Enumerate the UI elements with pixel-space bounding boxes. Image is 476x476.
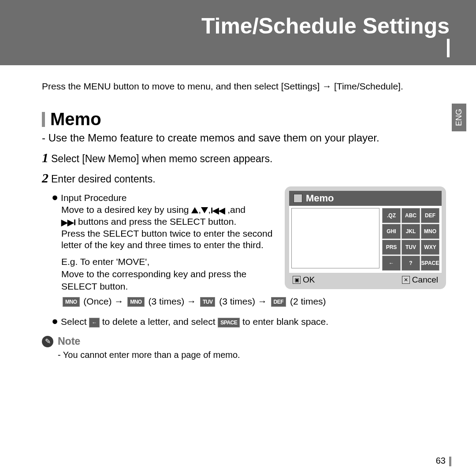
step-2-text: Enter desired contents. (51, 173, 156, 185)
header-divider (447, 39, 450, 57)
select-line: ●Select ← to delete a letter, and select… (52, 315, 445, 327)
bullet-dot-icon: ● (52, 191, 58, 203)
bullet-dot-icon: ● (52, 315, 58, 327)
section-bar-icon (42, 112, 45, 127)
step-number: 2 (42, 171, 48, 185)
keypad: .QZABCDEFGHIJKLMNOPRSTUVWXY←?SPACE (382, 208, 439, 271)
note-body: - You cannot enter more than a page of m… (58, 350, 445, 360)
keypad-key[interactable]: .QZ (382, 208, 401, 223)
key-back-icon: ← (89, 318, 100, 327)
language-tab: ENG (452, 104, 466, 131)
key-mno-icon: MNO (63, 297, 80, 307)
next-track-icon: ▶▶I (61, 217, 75, 227)
keypad-key[interactable]: ← (382, 256, 401, 271)
key-tuv-icon: TUV (200, 297, 216, 307)
note-label: Note (58, 335, 80, 347)
keypad-key[interactable]: TUV (402, 240, 420, 255)
keypad-key[interactable]: ABC (402, 208, 420, 223)
memo-text-area[interactable] (291, 208, 379, 268)
section-subtitle: - Use the Memo feature to create memos a… (42, 132, 445, 144)
cancel-button[interactable]: ✕Cancel (402, 275, 438, 285)
step-number: 1 (42, 150, 48, 165)
keypad-key[interactable]: WXY (421, 240, 439, 255)
ok-icon: ▣ (293, 276, 301, 284)
ok-button[interactable]: ▣OK (293, 275, 315, 285)
cancel-icon: ✕ (402, 276, 410, 284)
intro-text: Press the MENU button to move to menu, a… (42, 81, 445, 92)
page-number: 63 (436, 456, 451, 466)
header-bar: Time/Schedule Settings (0, 0, 476, 65)
note-header: ✎ Note (42, 335, 445, 347)
key-mno-icon: MNO (127, 297, 145, 307)
key-space-icon: SPACE (218, 318, 240, 327)
keypad-key[interactable]: SPACE (421, 256, 439, 271)
note-icon: ✎ (42, 336, 53, 347)
device-header: Memo (289, 191, 442, 206)
up-icon (191, 207, 198, 213)
step-1-text: Select [New Memo] when memo screen appea… (51, 153, 272, 164)
keypad-key[interactable]: GHI (382, 224, 401, 239)
down-icon (201, 207, 208, 213)
device-screenshot: Memo .QZABCDEFGHIJKLMNOPRSTUVWXY←?SPACE … (285, 186, 446, 289)
section-title: Memo (50, 109, 101, 129)
keypad-key[interactable]: JKL (402, 224, 420, 239)
keypad-key[interactable]: PRS (382, 240, 401, 255)
page-title: Time/Schedule Settings (26, 13, 450, 39)
key-def-icon: DEF (271, 297, 286, 307)
keypad-key[interactable]: DEF (421, 208, 439, 223)
step-2: 2Enter desired contents. (42, 171, 445, 186)
keypad-key[interactable]: MNO (421, 224, 439, 239)
keypad-key[interactable]: ? (402, 256, 420, 271)
prev-track-icon: I◀◀ (211, 205, 225, 216)
memo-doc-icon (294, 194, 302, 203)
section-header: Memo (42, 109, 445, 129)
key-sequence: MNO (Once) → MNO (3 times) → TUV (3 time… (61, 296, 445, 307)
step-1: 1Select [New Memo] when memo screen appe… (42, 150, 445, 165)
page-bar-icon (449, 457, 451, 466)
